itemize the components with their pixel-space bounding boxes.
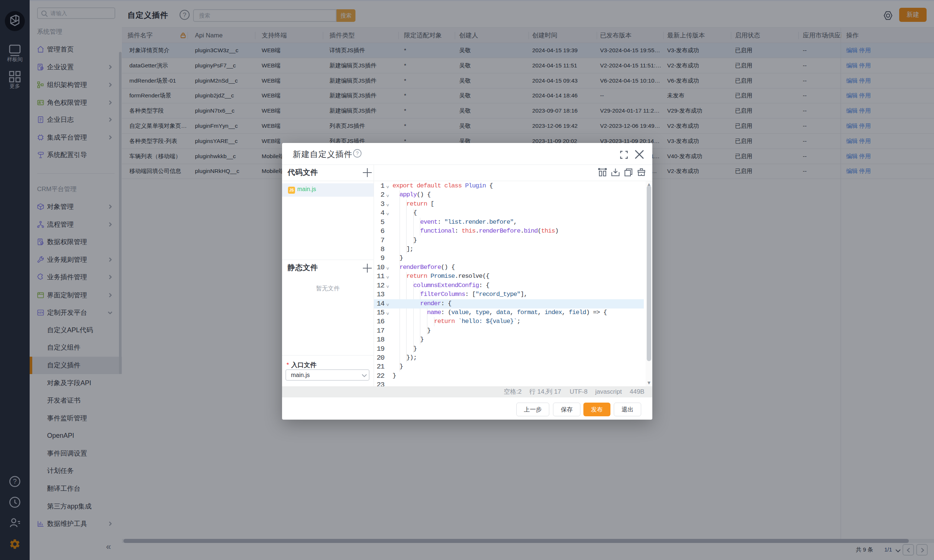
svg-text:?: ? [356,150,359,156]
